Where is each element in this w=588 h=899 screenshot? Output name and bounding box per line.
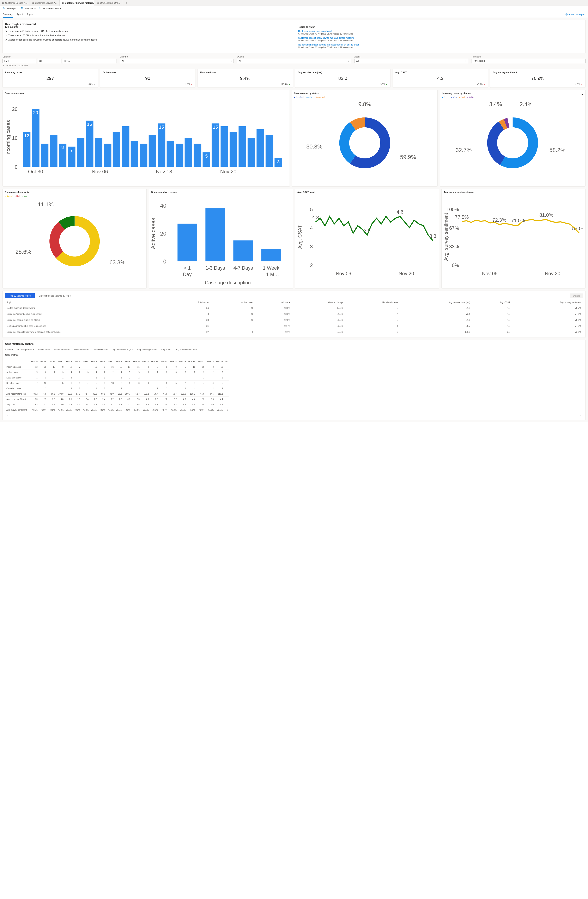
donut-chart: 3.4%2.4%32.7%58.2% xyxy=(442,99,583,184)
svg-text:4.3: 4.3 xyxy=(312,215,319,220)
channel-dropdown[interactable]: All▾ xyxy=(120,59,234,63)
edit-report-button[interactable]: ✎Edit report xyxy=(3,7,17,10)
metrics-scroll[interactable]: Oct 29Oct 30Oct 31Nov 1Nov 2Nov 3Nov 4No… xyxy=(5,359,583,412)
chart-title: Open cases by case age xyxy=(151,191,290,193)
col-header[interactable]: Volume change xyxy=(292,300,345,305)
about-report-link[interactable]: ⓘAbout this report xyxy=(565,13,585,16)
horizontal-scrollbar[interactable]: <> xyxy=(5,413,583,417)
tab-agent[interactable]: Agent xyxy=(17,11,23,18)
col-header[interactable]: Active cases xyxy=(38,348,50,351)
bar-chart: 01020Incoming cases12208716155153Oct 30N… xyxy=(5,96,287,173)
svg-text:16: 16 xyxy=(87,122,92,127)
table-row[interactable]: Getting a membership card replacement314… xyxy=(5,323,583,329)
svg-text:Day: Day xyxy=(183,272,192,277)
case-volume-trend-chart[interactable]: Case volume trend 01020Incoming cases122… xyxy=(3,90,290,187)
topic-link-2[interactable]: Customer doesn't know how to maintain co… xyxy=(298,37,583,39)
col-header[interactable]: Total cases xyxy=(170,300,211,305)
kpi-card[interactable]: Avg. resolve time (hrs)82.09.9% xyxy=(295,69,391,88)
svg-text:40: 40 xyxy=(160,203,166,209)
col-header[interactable]: Avg. CSAT xyxy=(472,300,512,305)
scroll-right-icon[interactable]: > xyxy=(580,414,581,417)
svg-rect-17 xyxy=(140,144,147,167)
col-header[interactable]: Avg. survey sentiment xyxy=(175,348,197,351)
table-row[interactable]: Customer doesn't know how to maintain co… xyxy=(5,329,583,335)
kpi-card[interactable]: Active cases90-1.1% xyxy=(100,69,196,88)
date-col: Nov 19 xyxy=(215,359,224,365)
report-icon: ▦ xyxy=(62,2,64,4)
incoming-by-channel-chart[interactable]: Incoming cases by channel▶ PhoneWebEmail… xyxy=(440,90,585,187)
col-header[interactable]: Active cases xyxy=(211,300,255,305)
duration-unit-dropdown[interactable]: Days▾ xyxy=(63,59,117,63)
topic-link-3[interactable]: No tracking number send to the customer … xyxy=(298,43,583,46)
svg-text:63.3%: 63.3% xyxy=(110,260,125,266)
col-header[interactable]: Avg. CSAT xyxy=(161,348,172,351)
topics-table[interactable]: TopicTotal casesActive casesVolume ▼Volu… xyxy=(5,300,583,335)
col-header[interactable]: Incoming cases ▼ xyxy=(17,348,34,351)
case-volume-status-chart[interactable]: Case volume by status ResolvedActiveCanc… xyxy=(292,90,438,187)
bookmarks-button[interactable]: ☰Bookmarks xyxy=(21,7,36,10)
tab-topics[interactable]: Topics xyxy=(27,11,33,18)
table-row[interactable]: Coffee machine doesn't work561818.9%-17.… xyxy=(5,305,583,311)
agent-dropdown[interactable]: All▾ xyxy=(354,59,468,63)
col-header[interactable]: Avg. case age (days) xyxy=(137,348,157,351)
col-header[interactable]: Channel xyxy=(5,348,13,351)
col-header[interactable]: Avg. resolve time (hrs) xyxy=(112,348,133,351)
table-row[interactable]: Customer cannot sign in on Mobile381212.… xyxy=(5,317,583,323)
kpi-card[interactable]: Escalated rate9.4%115.4% xyxy=(198,69,293,88)
col-header[interactable]: Escalated cases xyxy=(54,348,70,351)
report-toolbar: ✎Edit report ☰Bookmarks ↻Update Bookmark xyxy=(0,6,588,11)
insights-title: Key insights discovered xyxy=(5,23,583,26)
svg-rect-14 xyxy=(113,132,120,167)
emerging-topics-link[interactable]: Emerging case volume by topic xyxy=(39,295,71,297)
scroll-left-icon[interactable]: < xyxy=(7,414,8,417)
kpi-delta: -1.9% xyxy=(493,83,583,85)
svg-text:20: 20 xyxy=(33,110,38,115)
kpi-delta: -1.1% xyxy=(103,83,193,85)
metric-row: Canceled cases121121221111422 xyxy=(5,386,229,391)
svg-text:Nov 20: Nov 20 xyxy=(398,271,414,276)
svg-rect-60 xyxy=(177,224,197,261)
tab-summary[interactable]: Summary xyxy=(3,11,12,18)
table-row[interactable]: Customer's membership suspended401513.5%… xyxy=(5,311,583,317)
chevron-right-icon[interactable]: ▶ xyxy=(582,93,583,95)
duration-count-dropdown[interactable]: 30 xyxy=(38,59,62,63)
queue-dropdown[interactable]: All▾ xyxy=(237,59,351,63)
col-header[interactable]: Avg. resolve time (hrs) xyxy=(400,300,472,305)
col-header[interactable]: Avg. survey sentiment xyxy=(512,300,583,305)
chart-title: Case volume by status xyxy=(294,92,435,94)
col-header[interactable]: Resolved cases xyxy=(73,348,89,351)
new-tab-button[interactable]: ＋ xyxy=(123,1,130,5)
line-chart: 0%33%67%100%Avg. survey sentiment77.5%72… xyxy=(444,195,583,286)
csat-trend-chart[interactable]: Avg. CSAT trend 2345Avg. CSAT4.33.73.64.… xyxy=(295,188,439,289)
kpi-card[interactable]: Incoming cases2970.0% -- xyxy=(3,69,98,88)
date-col: Oct 30 xyxy=(39,359,48,365)
trend-up-icon: ↗ xyxy=(5,34,7,37)
svg-rect-27 xyxy=(230,132,237,167)
date-col: Nov 4 xyxy=(82,359,90,365)
col-header[interactable]: Topic xyxy=(5,300,170,305)
topic-link-1[interactable]: Customer cannot sign in on Mobile xyxy=(298,30,583,32)
svg-text:15: 15 xyxy=(213,125,218,130)
tab-1[interactable]: ▦Customer Service A… xyxy=(0,0,30,6)
update-bookmark-button[interactable]: ↻Update Bookmark xyxy=(39,7,62,10)
svg-text:100%: 100% xyxy=(446,207,459,212)
date-range: 🗓10/30/2022 - 11/28/2022 xyxy=(3,65,585,67)
svg-text:Avg. CSAT: Avg. CSAT xyxy=(298,225,302,249)
col-header[interactable]: Escalated cases xyxy=(345,300,400,305)
open-by-age-chart[interactable]: Open cases by case age 02040Active cases… xyxy=(149,188,293,289)
top-10-topics-button[interactable]: Top 10 volume topics xyxy=(5,293,35,298)
kpi-card[interactable]: Avg. CSAT4.2-3.3% xyxy=(392,69,488,88)
tab-2[interactable]: ▦Customer Service A… xyxy=(30,0,60,6)
timezone-dropdown[interactable]: GMT-08:00▾ xyxy=(472,59,585,63)
date-col: Nov 11 xyxy=(141,359,150,365)
details-button[interactable]: Details xyxy=(570,293,583,298)
col-header[interactable]: Canceled cases xyxy=(93,348,108,351)
date-col: Nov 14 xyxy=(168,359,178,365)
open-by-priority-chart[interactable]: Open cases by priority NormalHighLow 11.… xyxy=(3,188,147,289)
kpi-card[interactable]: Avg. survey sentiment76.9%-1.9% xyxy=(490,69,586,88)
sentiment-trend-chart[interactable]: Avg. survey sentiment trend 0%33%67%100%… xyxy=(441,188,585,289)
tab-3-active[interactable]: ▦Customer Service historic…✕ xyxy=(60,0,95,6)
col-header[interactable]: Volume ▼ xyxy=(255,300,292,305)
duration-mode-dropdown[interactable]: Last▾ xyxy=(3,59,36,63)
tab-4[interactable]: ▦Omnichannel Ong… xyxy=(95,0,123,6)
